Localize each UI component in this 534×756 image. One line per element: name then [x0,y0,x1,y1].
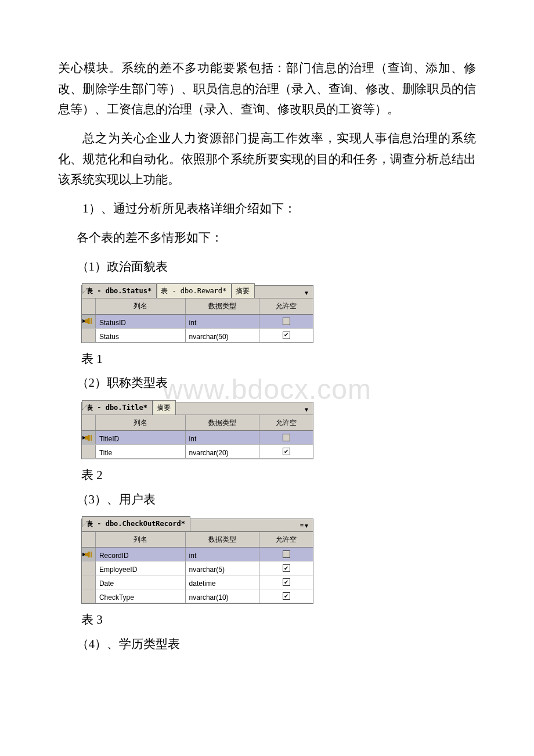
primary-key-icon [82,315,96,328]
tab-summary[interactable]: 摘要 [232,283,255,298]
tab-bar: 表 - dbo.CheckOutRecord* ▼ [82,519,313,532]
table3-label: 表 3 [81,610,476,631]
cell-type: nvarchar(20) [186,445,260,458]
cell-type: nvarchar(5) [186,561,260,575]
table-header-row: 列名 数据类型 允许空 [82,298,313,314]
table-row[interactable]: EmployeeID nvarchar(5) [82,561,313,575]
tab-dropdown-icon[interactable]: ▼ [298,520,313,531]
paragraph-table2-title: （2）职称类型表 [58,373,476,394]
cell-null [259,329,313,342]
tab-reward[interactable]: 表 - dbo.Reward* [157,283,232,298]
table-row[interactable]: CheckType nvarchar(10) [82,589,313,603]
header-column-name: 列名 [96,532,186,547]
row-gutter [82,445,96,458]
header-data-type: 数据类型 [186,415,260,430]
cell-null [259,548,313,561]
tab-status[interactable]: 表 - dbo.Status* [82,283,157,298]
cell-null [259,589,313,603]
primary-key-icon [82,548,96,561]
cell-type: int [186,315,260,328]
table-row[interactable]: RecordID int [82,548,313,561]
row-gutter [82,329,96,342]
primary-key-icon [82,431,96,444]
checkbox-unchecked[interactable] [283,318,290,325]
table-header-row: 列名 数据类型 允许空 [82,415,313,431]
table-row[interactable]: Date datetime [82,575,313,589]
paragraph-summary: 总之为关心企业人力资源部门提高工作效率，实现人事信息治理的系统化、规范化和自动化… [58,128,476,190]
cell-null [259,431,313,444]
cell-name: StatusID [96,315,186,328]
cell-name: RecordID [96,548,186,561]
cell-name: CheckType [96,589,186,603]
checkbox-checked[interactable] [283,578,290,586]
cell-name: EmployeeID [96,561,186,575]
table-row[interactable]: Title nvarchar(20) [82,445,313,459]
paragraph-tables-intro: 各个表的差不多情形如下： [58,228,476,249]
cell-type: datetime [186,575,260,589]
paragraph-table3-title: （3）、用户表 [58,489,476,510]
tab-bar: 表 - dbo.Title* 摘要 ▼ [82,402,313,415]
header-column-name: 列名 [96,415,186,430]
checkbox-checked[interactable] [283,332,290,339]
checkbox-checked[interactable] [283,448,290,455]
cell-type: int [186,431,260,444]
header-allow-null: 允许空 [259,298,313,314]
row-gutter [82,575,96,589]
checkbox-unchecked[interactable] [283,434,290,441]
paragraph-table1-title: （1）政治面貌表 [58,257,476,278]
db-table-title: 表 - dbo.Title* 摘要 ▼ 列名 数据类型 允许空 TitleID … [81,402,313,459]
tab-checkout[interactable]: 表 - dbo.CheckOutRecord* [82,516,190,531]
cell-type: int [186,548,260,561]
tab-summary[interactable]: 摘要 [153,400,176,415]
tab-dropdown-icon[interactable]: ▼ [298,405,313,415]
cell-name: Title [96,445,186,458]
cell-name: Date [96,575,186,589]
tab-dropdown-icon[interactable]: ▼ [298,288,313,298]
tab-title[interactable]: 表 - dbo.Title* [82,400,153,415]
table-row[interactable]: TitleID int [82,431,313,445]
tab-bar: 表 - dbo.Status* 表 - dbo.Reward* 摘要 ▼ [82,286,313,298]
header-data-type: 数据类型 [186,532,260,547]
header-data-type: 数据类型 [186,298,260,314]
paragraph-item-1: 1）、通过分析所见表格详细介绍如下： [58,199,476,219]
cell-type: nvarchar(50) [186,329,260,342]
paragraph-module-desc: 关心模块。系统的差不多功能要紧包括：部门信息的治理（查询、添加、修改、删除学生部… [58,58,476,120]
header-allow-null: 允许空 [259,532,313,547]
db-table-checkout: 表 - dbo.CheckOutRecord* ▼ 列名 数据类型 允许空 Re… [81,519,313,604]
row-gutter [82,589,96,603]
table-header-row: 列名 数据类型 允许空 [82,532,313,548]
table2-label: 表 2 [81,465,476,486]
cell-null [259,445,313,458]
table-row[interactable]: Status nvarchar(50) [82,329,313,343]
checkbox-checked[interactable] [283,564,290,572]
gutter-header [82,415,96,430]
table-row[interactable]: StatusID int [82,315,313,329]
cell-null [259,561,313,575]
cell-null [259,315,313,328]
cell-type: nvarchar(10) [186,589,260,603]
row-gutter [82,561,96,575]
header-column-name: 列名 [96,298,186,314]
checkbox-checked[interactable] [283,592,290,600]
checkbox-unchecked[interactable] [283,550,290,558]
cell-null [259,575,313,589]
gutter-header [82,298,96,314]
cell-name: TitleID [96,431,186,444]
table1-label: 表 1 [81,349,476,370]
paragraph-table4-title: （4）、学历类型表 [58,634,476,655]
cell-name: Status [96,329,186,342]
gutter-header [82,532,96,547]
header-allow-null: 允许空 [259,415,313,430]
db-table-status: 表 - dbo.Status* 表 - dbo.Reward* 摘要 ▼ 列名 … [81,285,313,343]
